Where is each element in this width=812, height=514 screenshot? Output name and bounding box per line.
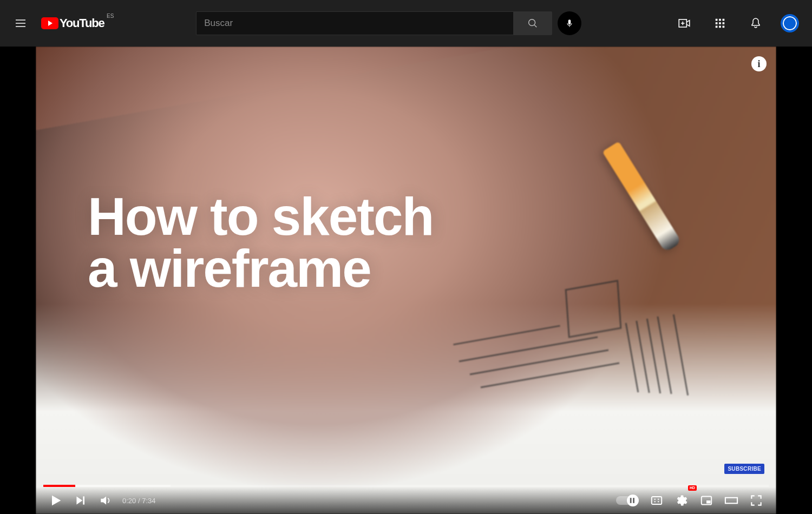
video-overlay-title-line2: a wireframe — [88, 242, 433, 294]
svg-rect-10 — [719, 26, 721, 28]
svg-rect-9 — [716, 26, 718, 28]
youtube-wordmark: YouTube — [60, 16, 104, 30]
info-icon: i — [757, 58, 760, 70]
time-display: 0:20 / 7:34 — [122, 497, 155, 505]
svg-rect-6 — [716, 22, 718, 24]
svg-rect-3 — [716, 19, 718, 21]
search-container — [196, 11, 581, 35]
subscribe-overlay-button[interactable]: SUBSCRIBE — [724, 464, 764, 474]
video-frame-sketch — [425, 301, 729, 441]
svg-rect-4 — [719, 19, 721, 21]
search-icon — [527, 17, 539, 29]
video-overlay-title: How to sketch a wireframe — [88, 190, 433, 294]
svg-rect-8 — [723, 22, 725, 24]
autoplay-pause-icon — [628, 497, 636, 504]
bell-icon — [749, 17, 762, 30]
current-time: 0:20 — [122, 497, 136, 505]
theater-mode-button[interactable] — [719, 488, 744, 513]
theater-icon — [724, 493, 739, 508]
miniplayer-button[interactable] — [694, 488, 719, 513]
notifications-button[interactable] — [745, 12, 767, 34]
account-avatar[interactable] — [781, 14, 799, 32]
video-shell: How to sketch a wireframe i SUBSCRIBE 0:… — [0, 47, 812, 514]
video-player[interactable]: How to sketch a wireframe i SUBSCRIBE 0:… — [36, 47, 776, 514]
video-overlay-title-line1: How to sketch — [88, 190, 433, 242]
apps-grid-icon — [714, 17, 726, 29]
svg-rect-12 — [83, 496, 84, 504]
player-controls: 0:20 / 7:34 HD — [36, 487, 776, 514]
svg-rect-7 — [719, 22, 721, 24]
info-card-button[interactable]: i — [751, 56, 767, 71]
youtube-logo[interactable]: YouTube ES — [41, 16, 104, 30]
svg-rect-13 — [630, 498, 632, 503]
hamburger-icon — [14, 17, 27, 30]
create-button[interactable] — [673, 12, 695, 34]
settings-button[interactable]: HD — [669, 488, 694, 513]
time-separator: / — [136, 497, 142, 505]
search-input[interactable] — [204, 18, 506, 29]
fullscreen-icon — [749, 493, 763, 508]
volume-icon — [99, 493, 113, 508]
play-icon — [48, 493, 63, 508]
topbar-left: YouTube ES — [10, 12, 104, 34]
svg-rect-5 — [723, 19, 725, 21]
svg-rect-11 — [723, 26, 725, 28]
svg-rect-17 — [706, 500, 711, 503]
svg-rect-15 — [652, 497, 662, 504]
gear-icon — [675, 493, 689, 508]
duration: 7:34 — [142, 497, 155, 505]
next-icon — [74, 493, 88, 508]
volume-button[interactable] — [93, 488, 118, 513]
svg-rect-14 — [633, 498, 634, 503]
svg-rect-1 — [569, 25, 570, 27]
voice-search-button[interactable] — [558, 11, 581, 35]
topbar: YouTube ES — [0, 0, 812, 47]
play-button[interactable] — [43, 488, 68, 513]
search-box[interactable] — [196, 11, 513, 35]
create-video-icon — [677, 16, 691, 30]
fullscreen-button[interactable] — [744, 488, 769, 513]
miniplayer-icon — [699, 493, 713, 508]
next-button[interactable] — [68, 488, 93, 513]
apps-button[interactable] — [709, 12, 731, 34]
search-button[interactable] — [513, 11, 552, 35]
svg-point-0 — [529, 19, 535, 26]
svg-rect-18 — [725, 498, 737, 504]
topbar-center — [104, 11, 673, 35]
autoplay-toggle[interactable] — [616, 496, 638, 505]
topbar-right — [673, 12, 799, 34]
subtitles-button[interactable] — [644, 488, 669, 513]
microphone-icon — [565, 18, 574, 28]
youtube-play-icon — [41, 17, 58, 29]
language-code: ES — [107, 13, 114, 19]
hd-badge: HD — [688, 485, 697, 491]
captions-icon — [650, 493, 664, 508]
menu-button[interactable] — [10, 12, 31, 34]
